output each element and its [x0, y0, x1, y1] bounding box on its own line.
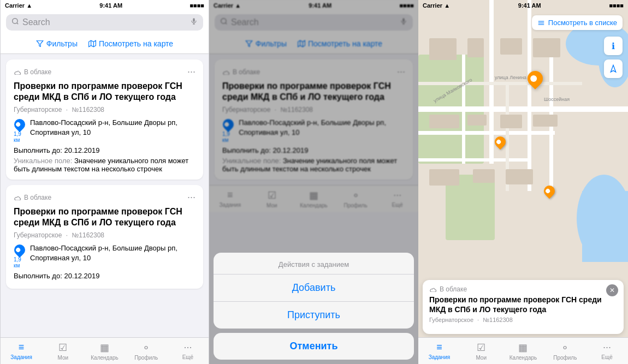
action-sheet-cancel: Отменить: [214, 333, 414, 360]
tab-label-zadaniya-1: Задания: [10, 354, 32, 360]
cloud-label-1-2: В облаке: [24, 194, 51, 201]
tab-icon-more-map: ···: [603, 342, 611, 353]
task-card-1-1[interactable]: В облаке ··· Проверки по программе прове…: [6, 59, 203, 180]
tab-calendar-1[interactable]: ▦ Календарь: [84, 338, 125, 364]
svg-point-0: [13, 19, 17, 23]
tab-zadaniya-1[interactable]: ≡ Задания: [1, 338, 42, 364]
filter-button-1[interactable]: Фильтры: [36, 39, 78, 48]
task-location-1-2: 1,9 км Павлово-Посадский р-н, Большие Дв…: [14, 243, 195, 268]
map-card-meta: Губернаторское · №1162308: [429, 317, 617, 323]
tab-profile-map[interactable]: ⚬ Профиль: [544, 338, 586, 364]
tab-label-moi-1: Мои: [58, 355, 69, 361]
tab-moi-1[interactable]: ☑ Мои: [42, 338, 84, 364]
tab-more-map[interactable]: ··· Ещё: [586, 338, 628, 364]
time-map: 9:41 AM: [518, 2, 541, 9]
svg-rect-41: [533, 115, 558, 127]
status-bar-map: Carrier ▲ 9:41 AM ■■■■: [418, 0, 628, 11]
panel-map: улица Маяковского улица Ленина Шоссейная…: [418, 0, 628, 364]
svg-rect-27: [418, 158, 528, 162]
svg-rect-29: [528, 0, 531, 191]
time-1: 9:41 AM: [99, 2, 122, 9]
carrier-1: Carrier ▲: [5, 2, 32, 9]
more-button-1-2[interactable]: ···: [187, 192, 195, 203]
svg-rect-35: [467, 38, 484, 57]
tab-more-1[interactable]: ··· Ещё: [167, 338, 209, 364]
distance-1-1: 1,9 км: [14, 131, 26, 143]
tab-bar-map: ≡ Задания ☑ Мои ▦ Календарь ⚬ Профиль ··…: [418, 337, 628, 364]
location-pin-1-1: 1,9 км: [14, 119, 26, 143]
overlay-backdrop: Действия с заданием Добавить Приступить …: [209, 0, 418, 364]
svg-line-1: [17, 23, 19, 25]
list-view-button[interactable]: Посмотреть в списке: [532, 15, 623, 30]
card-header-1-1: В облаке ···: [14, 66, 195, 77]
list-view-label: Посмотреть в списке: [548, 19, 617, 27]
search-icon-1: [11, 17, 19, 27]
tab-label-more-map: Ещё: [601, 354, 612, 360]
card-header-1-2: В облаке ···: [14, 192, 195, 203]
search-bar-1: Search: [1, 11, 209, 35]
task-meta-1-2: Губернаторское · №1162308: [14, 231, 195, 239]
action-sheet-main: Действия с заданием Добавить Приступить: [214, 253, 414, 329]
task-meta-1-1: Губернаторское · №1162308: [14, 106, 195, 114]
task-org-1-2: Губернаторское: [14, 231, 62, 239]
location-button[interactable]: [604, 59, 623, 78]
svg-rect-32: [418, 82, 582, 85]
svg-rect-40: [500, 115, 522, 128]
tab-zadaniya-map[interactable]: ≡ Задания: [418, 338, 460, 364]
cloud-badge-1-2: В облаке: [14, 194, 51, 201]
svg-rect-44: [506, 169, 533, 184]
tab-icon-moi-1: ☑: [58, 342, 67, 354]
info-button[interactable]: ℹ: [604, 37, 623, 55]
tab-label-profile-map: Профиль: [553, 355, 577, 361]
carrier-map: Carrier ▲: [423, 2, 450, 9]
more-button-1-1[interactable]: ···: [187, 66, 195, 77]
tab-label-more-1: Ещё: [182, 354, 193, 360]
tab-label-profile-1: Профиль: [134, 355, 158, 361]
map-pin-3[interactable]: [544, 186, 555, 196]
svg-rect-37: [467, 115, 487, 126]
close-button-map[interactable]: ✕: [606, 284, 618, 296]
map-bottom-card[interactable]: ✕ В облаке Проверки по программе проверо…: [423, 280, 624, 334]
svg-rect-34: [429, 38, 457, 60]
tab-icon-moi-map: ☑: [477, 342, 485, 354]
deadline-1-2: Выполнить до: 20.12.2019: [14, 272, 195, 280]
cloud-label-1-1: В облаке: [24, 68, 51, 76]
map-controls: Посмотреть в списке ℹ: [532, 15, 623, 78]
tab-profile-1[interactable]: ⚬ Профиль: [126, 338, 167, 364]
task-title-1-1: Проверки по программе проверок ГСН среди…: [14, 81, 195, 103]
unique-1-1: Уникальное поле: Значение уникального по…: [14, 157, 195, 173]
tab-icon-more-1: ···: [183, 342, 192, 353]
svg-rect-36: [429, 115, 459, 128]
action-start-button[interactable]: Приступить: [214, 301, 414, 329]
svg-rect-22: [582, 191, 628, 262]
svg-marker-6: [89, 40, 96, 47]
task-location-1-1: 1,9 км Павлово-Посадский р-н, Большие Дв…: [14, 118, 195, 143]
search-input-wrap-1[interactable]: Search: [6, 14, 203, 31]
map-button-1[interactable]: Посмотреть на карте: [88, 39, 173, 48]
tab-label-calendar-map: Календарь: [509, 355, 537, 361]
svg-rect-30: [462, 55, 465, 164]
cancel-button[interactable]: Отменить: [214, 333, 414, 360]
battery-map: ■■■■: [609, 2, 624, 9]
action-add-button[interactable]: Добавить: [214, 275, 414, 301]
status-bar-1: Carrier ▲ 9:41 AM ■■■■: [1, 0, 209, 11]
map-label-1: Посмотреть на карте: [99, 39, 173, 48]
tab-label-zadaniya-map: Задания: [429, 354, 451, 360]
tab-moi-map[interactable]: ☑ Мои: [460, 338, 502, 364]
svg-marker-51: [611, 65, 615, 72]
tab-icon-zadaniya-map: ≡: [436, 342, 442, 353]
info-icon: ℹ: [612, 41, 615, 51]
tab-calendar-map[interactable]: ▦ Календарь: [502, 338, 544, 364]
tab-label-moi-map: Мои: [476, 355, 487, 361]
filter-label-1: Фильтры: [46, 39, 78, 48]
map-pin-2[interactable]: [495, 136, 506, 147]
address-1-1: Павлово-Посадский р-н, Большие Дворы рп,…: [30, 118, 195, 137]
battery-1: ■■■■: [189, 2, 204, 9]
task-card-1-2[interactable]: В облаке ··· Проверки по программе прове…: [6, 185, 203, 289]
svg-rect-43: [473, 169, 495, 183]
tab-icon-calendar-1: ▦: [100, 342, 109, 354]
tab-icon-calendar-map: ▦: [518, 342, 528, 354]
tab-label-calendar-1: Календарь: [91, 355, 118, 361]
svg-rect-42: [429, 169, 459, 186]
mic-icon-1[interactable]: [190, 17, 198, 27]
